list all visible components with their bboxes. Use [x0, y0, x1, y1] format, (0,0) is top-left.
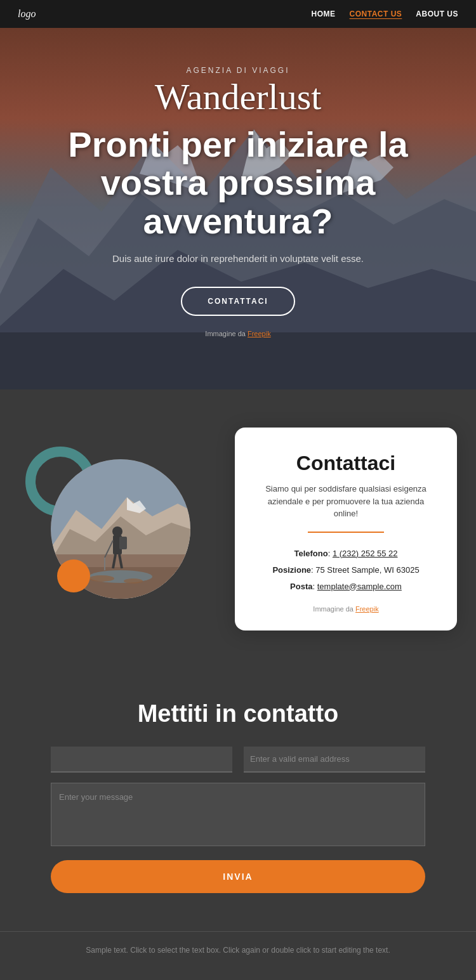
contact-card-title: Contattaci — [255, 452, 437, 475]
navigation: logo HOME CONTACT US ABOUT US — [0, 0, 476, 28]
address-value: 75 Street Sample, WI 63025 — [315, 565, 419, 575]
email-value[interactable]: template@sample.com — [317, 582, 402, 591]
contact-card: Contattaci Siamo qui per soddisfare qual… — [235, 428, 457, 630]
nav-about-us[interactable]: ABOUT US — [416, 10, 458, 18]
hero-title: Pronti per iniziare la vostra prossima a… — [25, 126, 451, 240]
card-credit-text: Immagine da — [313, 605, 355, 613]
contact-card-description: Siamo qui per soddisfare qualsiasi esige… — [255, 483, 437, 520]
hero-content: AGENZIA DI VIAGGI Wanderlust Pronti per … — [0, 66, 476, 339]
hero-brand: Wanderlust — [25, 79, 451, 115]
form-title: Mettiti in contatto — [51, 700, 425, 728]
address-label: Posizione — [272, 565, 311, 575]
email-input[interactable] — [244, 747, 425, 773]
submit-button[interactable]: INVIA — [51, 860, 425, 893]
hero-credit-text: Immagine da — [205, 330, 248, 337]
form-row-top — [51, 747, 425, 773]
contact-email: Posta: template@sample.com — [255, 578, 437, 595]
svg-point-23 — [89, 575, 114, 582]
contact-address: Posizione: 75 Street Sample, WI 63025 — [255, 562, 437, 578]
orange-dot-decoration — [57, 559, 90, 592]
footer-text: Sample text. Click to select the text bo… — [25, 944, 451, 957]
logo: logo — [18, 8, 36, 20]
card-credit-link[interactable]: Freepik — [355, 605, 379, 613]
contact-phone: Telefono: 1 (232) 252 55 22 — [255, 546, 437, 562]
hero-subtitle: AGENZIA DI VIAGGI — [25, 66, 451, 75]
email-label: Posta — [290, 582, 312, 591]
phone-value[interactable]: 1 (232) 252 55 22 — [333, 549, 398, 558]
svg-point-17 — [112, 526, 122, 537]
nav-links: HOME CONTACT US ABOUT US — [312, 10, 458, 18]
svg-rect-18 — [119, 537, 127, 549]
contact-info-details: Telefono: 1 (232) 252 55 22 Posizione: 7… — [255, 546, 437, 595]
hero-section: AGENZIA DI VIAGGI Wanderlust Pronti per … — [0, 28, 476, 389]
hero-cta-button[interactable]: CONTATTACI — [181, 287, 294, 316]
svg-point-24 — [124, 578, 143, 584]
hero-credit-link[interactable]: Freepik — [248, 330, 271, 337]
contact-left-visual — [19, 440, 222, 599]
hero-description: Duis aute irure dolor in reprehenderit i… — [25, 252, 451, 266]
nav-contact-us[interactable]: CONTACT US — [350, 10, 402, 18]
contact-info-section: Contattaci Siamo qui per soddisfare qual… — [0, 389, 476, 669]
message-textarea[interactable] — [51, 783, 425, 846]
footer: Sample text. Click to select the text bo… — [0, 931, 476, 976]
hero-credit: Immagine da Freepik — [205, 330, 270, 337]
name-input[interactable] — [51, 747, 232, 773]
card-credit: Immagine da Freepik — [255, 605, 437, 613]
svg-rect-7 — [0, 332, 476, 389]
contact-form-section: Mettiti in contatto INVIA — [0, 669, 476, 931]
phone-label: Telefono — [294, 549, 327, 558]
orange-divider — [308, 532, 384, 533]
nav-home[interactable]: HOME — [312, 10, 336, 18]
